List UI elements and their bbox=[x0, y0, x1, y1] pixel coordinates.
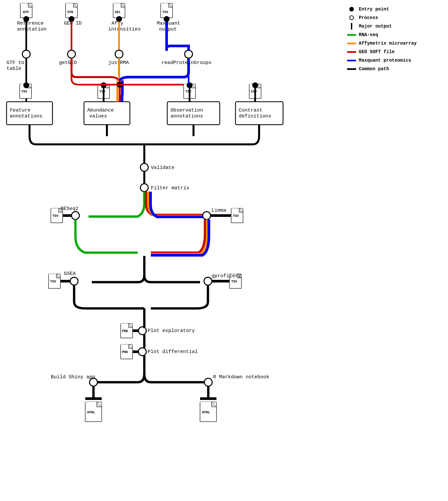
process-limma bbox=[203, 212, 211, 219]
label-gsea: GSEA bbox=[64, 271, 76, 277]
label-contrast-definitions-2: definitions bbox=[239, 114, 271, 119]
svg-text:PNG: PNG bbox=[122, 329, 128, 333]
entry-point-maxquant bbox=[164, 16, 169, 22]
file-html-shiny: HTML bbox=[85, 402, 102, 422]
box-abundance-values bbox=[84, 102, 130, 125]
path-green-from-deseq2-down bbox=[75, 219, 138, 253]
entry-observation-tsv bbox=[187, 83, 192, 88]
label-getgeo: getGEO bbox=[59, 60, 77, 66]
entry-feature-tsv bbox=[24, 83, 29, 88]
entry-point-geo bbox=[69, 16, 74, 22]
diagram-container: Entry point Process Major output RNA-seq… bbox=[0, 0, 448, 501]
path-green-to-deseq2 bbox=[89, 192, 144, 217]
file-png-exploratory: PNG bbox=[121, 324, 132, 338]
label-gtf-to-table-2: table bbox=[7, 66, 21, 72]
label-readproteingroups: readProteinGroups bbox=[161, 60, 212, 66]
entry-point-affy bbox=[116, 16, 122, 22]
box-observation-annotations bbox=[167, 102, 220, 125]
label-plot-exploratory: Plot exploratory bbox=[148, 328, 195, 334]
path-red-to-limma bbox=[146, 192, 203, 215]
path-blue-to-limma bbox=[151, 192, 203, 217]
path-gprofiler2-to-center bbox=[151, 285, 208, 308]
svg-text:HTML: HTML bbox=[87, 411, 95, 414]
box-contrast-definitions bbox=[235, 102, 283, 125]
label-contrast-definitions: Contrast bbox=[239, 108, 262, 113]
file-str: STR bbox=[66, 3, 77, 18]
label-deseq2: DESeq2 bbox=[61, 206, 78, 212]
path-orange-from-limma-down bbox=[151, 219, 207, 254]
process-justrma bbox=[115, 50, 123, 58]
process-deseq2 bbox=[71, 212, 79, 219]
path-orange-to-limma bbox=[148, 192, 203, 216]
main-diagram-svg: .lw { stroke-width: 6; fill: none; } .lw… bbox=[0, 0, 448, 501]
svg-text:PNG: PNG bbox=[122, 350, 128, 354]
svg-text:TSV: TSV bbox=[52, 214, 58, 218]
file-tsv-limma: TSV bbox=[231, 208, 243, 223]
label-validate: Validate bbox=[151, 165, 174, 171]
file-gtf: GTF bbox=[20, 3, 32, 18]
svg-text:CEL: CEL bbox=[115, 10, 121, 14]
svg-text:STR: STR bbox=[67, 10, 73, 14]
entry-point-gtf bbox=[24, 16, 29, 22]
process-r-markdown bbox=[204, 378, 212, 386]
label-gprofiler2: gprofiler2 bbox=[212, 273, 241, 279]
svg-text:TSV: TSV bbox=[50, 280, 56, 283]
label-observation-annotations-2: annotations bbox=[171, 114, 203, 119]
svg-text:TSV: TSV bbox=[162, 10, 168, 14]
path-to-rmarkdown bbox=[144, 374, 207, 382]
label-maxquant-output-2: output bbox=[159, 27, 177, 32]
label-build-shiny: Build Shiny app bbox=[51, 374, 95, 380]
path-gsea-to-center bbox=[74, 285, 144, 308]
label-reference-annotation-2: annotation bbox=[17, 27, 47, 32]
file-tsv-maxquant: TSV bbox=[161, 3, 173, 18]
file-cel: CEL bbox=[113, 3, 125, 18]
label-affy-intensities-2: intensities bbox=[108, 27, 141, 32]
process-plot-differential bbox=[138, 348, 146, 356]
process-validate bbox=[140, 163, 148, 171]
process-getgeo bbox=[68, 50, 75, 58]
file-html-rmarkdown: HTML bbox=[200, 402, 216, 422]
path-to-shiny bbox=[95, 374, 144, 382]
label-reference-annotation: Reference bbox=[17, 21, 44, 26]
label-abundance-values-2: values bbox=[89, 114, 107, 119]
process-gtf-to-table bbox=[22, 50, 30, 58]
entry-contrast-csv bbox=[253, 83, 258, 88]
path-horizontal-bar bbox=[30, 136, 259, 144]
path-red-from-limma-down bbox=[151, 219, 205, 253]
process-filter-matrix bbox=[140, 184, 148, 192]
file-png-differential: PNG bbox=[121, 344, 132, 359]
box-feature-annotations bbox=[7, 102, 52, 125]
label-observation-annotations: Observation bbox=[171, 108, 203, 113]
process-readproteingroups bbox=[185, 50, 193, 58]
label-gtf-to-table: GTF to bbox=[7, 60, 24, 66]
label-r-markdown: R Markdown notebook bbox=[213, 374, 269, 380]
svg-text:TSV: TSV bbox=[21, 90, 27, 94]
svg-text:HTML: HTML bbox=[202, 411, 210, 414]
path-blue-top bbox=[167, 46, 189, 51]
file-tsv-gsea: TSV bbox=[49, 274, 60, 288]
label-affy-intensities: Affy bbox=[112, 21, 123, 26]
label-filter-matrix: Filter matrix bbox=[151, 185, 189, 191]
label-feature-annotations-2: annotations bbox=[10, 114, 42, 119]
svg-text:TSV: TSV bbox=[233, 214, 239, 218]
path-to-gsea bbox=[92, 276, 144, 282]
label-feature-annotations: Feature bbox=[10, 108, 31, 113]
path-to-gprofiler2 bbox=[144, 276, 200, 282]
label-abundance-values: Abundance bbox=[87, 108, 114, 113]
svg-text:GTF: GTF bbox=[23, 10, 29, 14]
label-plot-differential: Plot differential bbox=[148, 349, 198, 355]
process-gsea bbox=[70, 277, 78, 285]
svg-text:TSV: TSV bbox=[231, 280, 237, 283]
label-limma: Limma bbox=[212, 208, 226, 213]
label-maxquant-output: Maxquant bbox=[157, 21, 180, 26]
process-gprofiler2 bbox=[204, 277, 212, 285]
